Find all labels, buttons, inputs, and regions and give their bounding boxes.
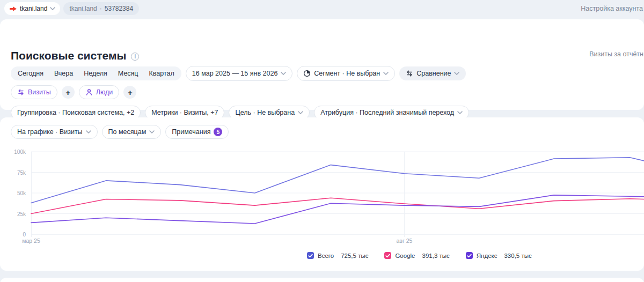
people-metric-label: Люди (96, 88, 113, 96)
y-tick-label: 100k (0, 149, 26, 155)
report-header-card: Поисковые системы i Визиты за отчётн Сег… (0, 19, 644, 110)
segment-label: Сегмент · Не выбран (314, 70, 380, 77)
info-icon[interactable]: i (131, 53, 139, 61)
counter-pill-id: 53782384 (105, 5, 133, 12)
chart-plot-area[interactable] (31, 152, 644, 234)
chevron-down-icon (50, 7, 55, 10)
chevron-down-icon (281, 72, 286, 75)
checkbox-checked-icon (307, 252, 314, 259)
y-tick-label: 25k (0, 211, 26, 217)
x-tick-label: авг 25 (388, 238, 420, 244)
chart-legend: Всего 725,5 тыс Google 391,3 тыс Яндекс … (307, 252, 532, 259)
chart-metric-label: На графике · Визиты (17, 128, 83, 136)
legend-value: 330,5 тыс (504, 253, 531, 259)
chevron-down-icon (383, 72, 389, 75)
period-tab-yesterday[interactable]: Вчера (49, 66, 78, 80)
grouping-filter-label: Группировка · Поисковая система, +2 (17, 109, 134, 116)
metrica-arrow-icon (9, 6, 17, 12)
goal-filter-label: Цель · Не выбрана (235, 109, 295, 116)
line-Всего (31, 158, 644, 203)
chevron-down-icon (454, 72, 459, 75)
y-tick-label: 75k (0, 170, 26, 176)
attribution-filter-label: Атрибуция · Последний значимый переход (320, 109, 454, 116)
next-report-card (0, 278, 644, 282)
chart-card: На графике · Визиты По месяцам Примечани… (0, 117, 644, 271)
chart-granularity-select[interactable]: По месяцам (102, 125, 162, 139)
period-tab-today[interactable]: Сегодня (12, 66, 49, 80)
title-row: Поисковые системы i (11, 49, 139, 62)
visits-metric-label: Визиты (28, 88, 51, 96)
legend-item-total[interactable]: Всего 725,5 тыс (307, 252, 368, 259)
add-metric-button[interactable]: + (62, 86, 75, 99)
metric-row: Визиты + Люди + (11, 85, 136, 99)
legend-label: Всего (318, 253, 334, 259)
legend-label: Google (395, 253, 415, 259)
legend-value: 391,3 тыс (422, 253, 450, 259)
notes-label: Примечания (172, 128, 210, 136)
compare-arrows-icon (406, 70, 413, 77)
notes-button[interactable]: Примечания 5 (165, 125, 229, 139)
period-tab-week[interactable]: Неделя (78, 66, 113, 80)
notes-count-badge: 5 (214, 128, 222, 136)
chart-controls-row: На графике · Визиты По месяцам Примечани… (11, 125, 229, 139)
chevron-down-icon (298, 111, 303, 114)
legend-item-google[interactable]: Google 391,3 тыс (384, 252, 449, 259)
period-row: Сегодня Вчера Неделя Месяц Квартал 16 ма… (11, 66, 466, 81)
people-metric-pill[interactable]: Люди (79, 85, 120, 99)
segment-button[interactable]: Сегмент · Не выбран (297, 66, 395, 81)
chevron-down-icon (86, 130, 91, 133)
account-settings-link[interactable]: Настройка аккаунта (581, 5, 643, 12)
checkbox-checked-icon (466, 252, 473, 259)
y-tick-label: 0 (0, 232, 26, 238)
page-title: Поисковые системы (11, 49, 126, 62)
metrics-filter-label: Метрики · Визиты, +7 (151, 109, 218, 116)
topbar: tkani.land tkani.land · 53782384 Настрой… (0, 0, 644, 17)
chart-metric-select[interactable]: На графике · Визиты (11, 125, 98, 139)
comparison-label: Сравнение (416, 70, 451, 77)
counter-id-pill[interactable]: tkani.land · 53782384 (63, 2, 139, 15)
legend-label: Яндекс (477, 253, 497, 259)
segment-pie-icon (303, 70, 311, 77)
x-tick-label: мар 25 (15, 238, 47, 244)
chart-granularity-label: По месяцам (108, 128, 147, 136)
comparison-button[interactable]: Сравнение (399, 66, 466, 80)
checkbox-checked-icon (384, 252, 391, 259)
counter-name-label: tkani.land (20, 5, 47, 12)
counter-pill-separator: · (100, 5, 102, 12)
person-icon (85, 88, 93, 96)
period-tab-month[interactable]: Месяц (113, 66, 144, 80)
date-range-label: 16 мар 2025 — 15 янв 2026 (192, 70, 278, 77)
period-tab-quarter[interactable]: Квартал (144, 66, 180, 80)
legend-item-yandex[interactable]: Яндекс 330,5 тыс (466, 252, 532, 259)
yandex-metrica-page: tkani.land tkani.land · 53782384 Настрой… (0, 0, 644, 282)
visits-metric-pill[interactable]: Визиты (11, 85, 57, 99)
line-Google (31, 198, 644, 213)
counter-pill-name: tkani.land (69, 5, 97, 12)
visits-line-chart: 025k50k75k100k мар 25авг 25 (0, 152, 644, 254)
compare-arrows-icon (17, 88, 25, 96)
legend-value: 725,5 тыс (341, 253, 368, 259)
period-tab-group: Сегодня Вчера Неделя Месяц Квартал (11, 66, 181, 80)
chevron-down-icon (149, 130, 155, 133)
visits-period-note: Визиты за отчётн (589, 50, 643, 58)
chevron-down-icon (457, 111, 463, 114)
date-range-picker[interactable]: 16 мар 2025 — 15 янв 2026 (186, 66, 293, 81)
add-people-metric-button[interactable]: + (123, 86, 136, 99)
counter-switcher[interactable]: tkani.land (4, 2, 60, 15)
y-tick-label: 50k (0, 190, 26, 196)
